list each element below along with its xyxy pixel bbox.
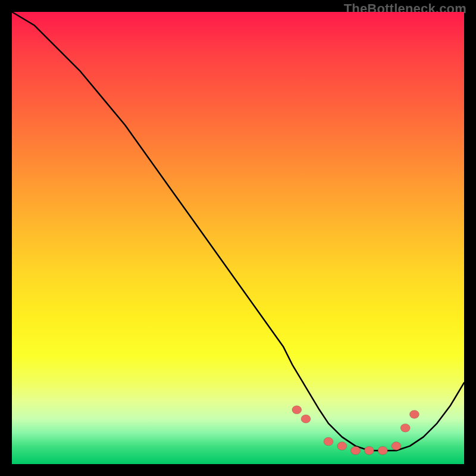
- marker-dot: [301, 415, 311, 423]
- marker-dot: [324, 437, 333, 446]
- marker-dot: [378, 446, 387, 455]
- marker-dot: [351, 446, 361, 455]
- curve-svg: [12, 12, 464, 464]
- plot-area: [12, 12, 464, 464]
- marker-dot: [409, 410, 419, 418]
- bottleneck-curve: [12, 12, 464, 450]
- marker-dot: [364, 446, 374, 455]
- marker-dot: [392, 442, 401, 450]
- marker-group: [292, 406, 419, 455]
- marker-dot: [337, 442, 347, 450]
- marker-dot: [400, 424, 410, 432]
- marker-dot: [292, 406, 302, 414]
- chart-frame: TheBottleneck.com: [0, 0, 476, 476]
